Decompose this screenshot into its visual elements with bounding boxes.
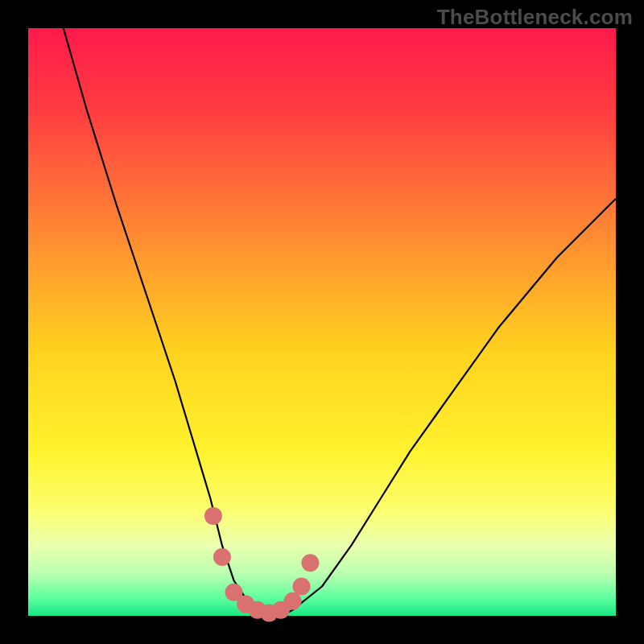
valley-marker xyxy=(284,592,302,610)
valley-marker xyxy=(204,507,222,525)
chart-svg xyxy=(28,28,616,616)
watermark-text: TheBottleneck.com xyxy=(437,5,633,30)
valley-marker xyxy=(301,554,319,572)
valley-marker xyxy=(213,548,231,566)
valley-marker xyxy=(293,578,311,596)
outer-frame: TheBottleneck.com xyxy=(0,0,644,644)
plot-area xyxy=(28,28,616,616)
bottleneck-curve xyxy=(64,28,616,616)
